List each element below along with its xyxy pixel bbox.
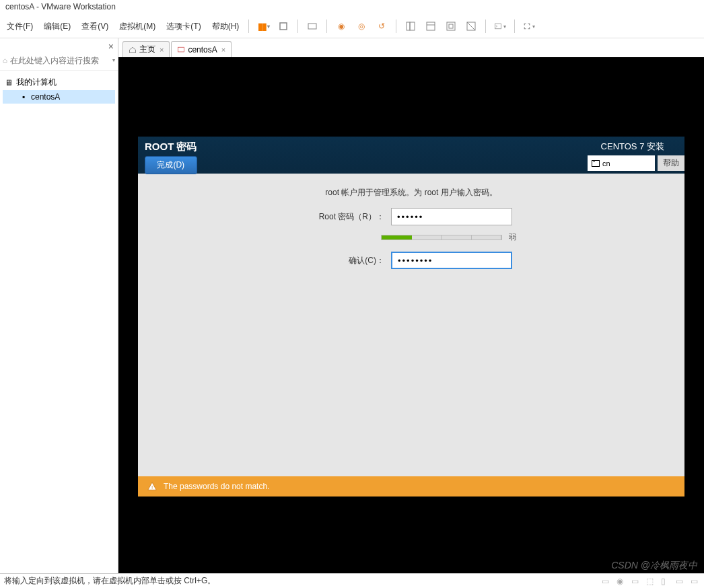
- svg-rect-6: [447, 22, 455, 30]
- keyboard-layout-label: cn: [602, 159, 610, 168]
- revert-icon[interactable]: ↺: [376, 20, 388, 32]
- installer-body: root 帐户用于管理系统。为 root 用户输入密码。 Root 密码（R）：…: [138, 174, 684, 497]
- tree-root[interactable]: 🖥 我的计算机: [3, 75, 115, 90]
- separator: [514, 20, 515, 33]
- separator: [326, 20, 327, 33]
- svg-text:!: !: [151, 484, 153, 490]
- separator: [248, 20, 249, 33]
- root-password-label: Root 密码（R）：: [310, 211, 384, 223]
- root-password-input[interactable]: [391, 208, 512, 225]
- vm-console[interactable]: ROOT 密码 完成(D) CENTOS 7 安装 cn 帮助: [118, 57, 704, 573]
- menu-tabs[interactable]: 选项卡(T): [161, 17, 206, 36]
- svg-rect-1: [308, 24, 316, 29]
- status-bar: 将输入定向到该虚拟机，请在虚拟机内部单击或按 Ctrl+G。 ▭ ◉ ▭ ⬚ ▯…: [0, 573, 704, 588]
- window-title: centosA - VMware Workstation: [5, 2, 116, 11]
- svg-rect-11: [178, 47, 184, 52]
- sidebar-close-icon[interactable]: ×: [108, 41, 114, 52]
- device-icon[interactable]: ▭: [691, 577, 700, 586]
- device-icon[interactable]: ▭: [676, 577, 685, 586]
- tab-close-icon[interactable]: ×: [160, 46, 164, 54]
- vm-icon: [177, 46, 185, 54]
- menu-vm[interactable]: 虚拟机(M): [114, 17, 161, 36]
- menu-file[interactable]: 文件(F): [1, 17, 38, 36]
- tab-centosa-label: centosA: [188, 45, 217, 54]
- password-strength-label: 弱: [509, 232, 522, 242]
- device-icon[interactable]: ▯: [661, 577, 670, 586]
- library-tree: 🖥 我的计算机 ▪ centosA: [0, 71, 118, 108]
- svg-rect-2: [407, 22, 410, 30]
- confirm-password-label: 确认(C)：: [310, 255, 384, 266]
- fit-window-icon[interactable]: [465, 20, 477, 32]
- status-text: 将输入定向到该虚拟机，请在虚拟机内部单击或按 Ctrl+G。: [4, 575, 215, 587]
- warning-icon: !: [147, 482, 157, 491]
- search-dropdown-icon[interactable]: ▾: [112, 57, 115, 63]
- svg-rect-3: [410, 22, 415, 30]
- svg-rect-15: [594, 161, 595, 162]
- svg-rect-10: [495, 24, 501, 29]
- installer-description: root 帐户用于管理系统。为 root 用户输入密码。: [151, 187, 671, 198]
- sidebar-search-input[interactable]: [10, 56, 111, 65]
- unity-icon[interactable]: [404, 20, 417, 32]
- device-icon[interactable]: ▭: [631, 577, 641, 586]
- home-icon: [129, 46, 137, 54]
- separator: [297, 20, 298, 33]
- tree-root-label: 我的计算机: [16, 77, 57, 88]
- keyboard-layout-selector[interactable]: cn: [588, 155, 655, 171]
- power-icon[interactable]: [277, 20, 289, 32]
- computer-icon: 🖥: [4, 78, 13, 87]
- svg-rect-14: [593, 161, 594, 162]
- status-device-icons: ▭ ◉ ▭ ⬚ ▯ ▭ ▭: [602, 577, 700, 586]
- tab-centosa[interactable]: centosA ×: [171, 41, 232, 57]
- installer-product: CENTOS 7 安装: [601, 141, 684, 153]
- centos-installer: ROOT 密码 完成(D) CENTOS 7 安装 cn 帮助: [138, 137, 684, 497]
- installer-header: ROOT 密码 完成(D) CENTOS 7 安装 cn 帮助: [138, 137, 684, 174]
- sidebar: × ▾ 🖥 我的计算机 ▪ centosA: [0, 38, 118, 573]
- sidebar-search: ▾: [0, 50, 118, 71]
- content-area: 主页 × centosA × ROOT 密码 完成(D) CENTOS 7 安装: [118, 38, 704, 573]
- window-title-bar: centosA - VMware Workstation: [0, 0, 704, 15]
- installer-title: ROOT 密码: [145, 141, 197, 153]
- snapshot-manager-icon[interactable]: ◎: [355, 20, 367, 32]
- tree-item-label: centosA: [31, 92, 60, 102]
- snapshot-icon[interactable]: ◉: [335, 20, 347, 32]
- svg-rect-4: [427, 22, 435, 30]
- main-area: × ▾ 🖥 我的计算机 ▪ centosA 主页 ×: [0, 38, 704, 573]
- fullscreen-icon[interactable]: ▾: [523, 20, 535, 32]
- device-icon[interactable]: ◉: [617, 577, 626, 586]
- vm-icon: ▪: [19, 92, 28, 102]
- keyboard-icon: [592, 160, 600, 167]
- device-icon[interactable]: ⬚: [646, 577, 656, 586]
- warning-bar: ! The passwords do not match.: [138, 476, 684, 497]
- separator: [396, 20, 396, 33]
- tab-home-label: 主页: [139, 44, 155, 55]
- help-button[interactable]: 帮助: [658, 155, 684, 171]
- svg-rect-0: [280, 23, 287, 30]
- warning-text: The passwords do not match.: [164, 482, 269, 491]
- tab-home[interactable]: 主页 ×: [122, 41, 170, 57]
- tree-item-centosa[interactable]: ▪ centosA: [3, 90, 115, 104]
- done-button[interactable]: 完成(D): [145, 156, 197, 174]
- send-ctrl-alt-del-icon[interactable]: [306, 20, 318, 32]
- console-view-icon[interactable]: [425, 20, 437, 32]
- menu-edit[interactable]: 编辑(E): [38, 17, 76, 36]
- menu-bar: 文件(F) 编辑(E) 查看(V) 虚拟机(M) 选项卡(T) 帮助(H) ▮▮…: [0, 15, 704, 38]
- home-icon[interactable]: [3, 56, 7, 65]
- password-strength-meter: [381, 235, 502, 240]
- pause-icon[interactable]: ▮▮▾: [257, 20, 269, 32]
- menu-view[interactable]: 查看(V): [76, 17, 114, 36]
- svg-rect-7: [449, 24, 453, 28]
- svg-line-9: [467, 22, 475, 30]
- menu-help[interactable]: 帮助(H): [207, 17, 245, 36]
- fit-guest-icon[interactable]: [445, 20, 457, 32]
- separator: [485, 20, 486, 33]
- device-icon[interactable]: ▭: [602, 577, 611, 586]
- tab-close-icon[interactable]: ×: [221, 46, 225, 54]
- console-icon[interactable]: ▾: [494, 20, 506, 32]
- confirm-password-input[interactable]: [391, 252, 512, 269]
- tab-bar: 主页 × centosA ×: [118, 38, 704, 57]
